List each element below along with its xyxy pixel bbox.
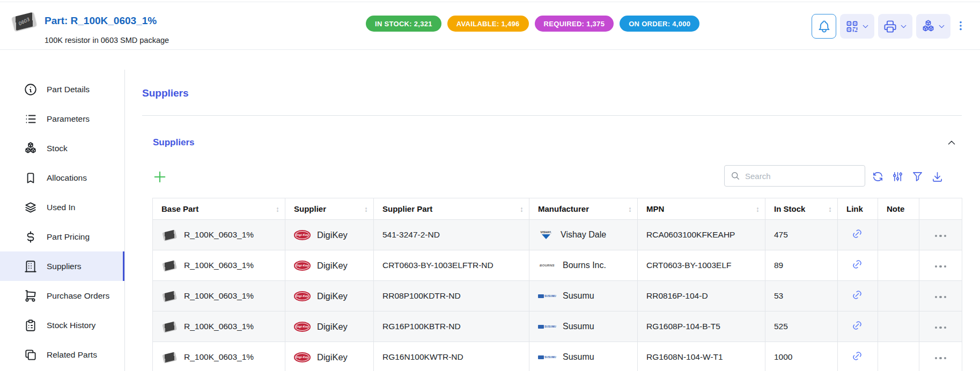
sidebar-item-related-parts[interactable]: Related Parts [0, 340, 125, 369]
cell-supplier: Digi-KeyDigiKey [285, 250, 374, 281]
search-input[interactable] [745, 172, 859, 181]
sort-icon: ↕ [756, 205, 760, 213]
part-header: 0603 Part: R_100K_0603_1% 100K resistor … [0, 2, 980, 50]
cell-supplier: Digi-KeyDigiKey [285, 281, 374, 311]
digikey-logo: Digi-Key [294, 261, 311, 271]
column-header-mpn[interactable]: MPN↕ [638, 198, 765, 220]
part-thumbnail [161, 351, 178, 363]
adjustments-icon [891, 170, 904, 183]
sidebar-item-label: Stock [47, 144, 68, 153]
digikey-logo: Digi-Key [294, 230, 311, 240]
badge-in-stock: IN STOCK: 2,321 [366, 16, 441, 32]
supplier-link-button[interactable] [851, 319, 864, 332]
overflow-menu-button[interactable] [954, 14, 967, 39]
table-body: R_100K_0603_1%Digi-KeyDigiKey541-3247-2-… [153, 220, 962, 371]
row-actions-button[interactable] [932, 323, 950, 332]
info-circle-icon [24, 83, 38, 97]
column-header-note: Note [878, 198, 919, 220]
column-header-supplier-part[interactable]: Supplier Part↕ [374, 198, 529, 220]
clipboard-icon [24, 318, 38, 332]
part-image[interactable]: 0603 [12, 11, 36, 32]
row-actions-button[interactable] [932, 262, 950, 271]
column-settings-button[interactable] [891, 170, 904, 183]
vishay-logo: VISHAY. [538, 231, 554, 239]
cell-base-part: R_100K_0603_1% [153, 250, 285, 281]
filter-button[interactable] [911, 170, 924, 183]
column-label: Supplier Part [382, 204, 432, 213]
susumu-logo: SUSUMU [538, 325, 556, 329]
refresh-button[interactable] [872, 170, 885, 183]
column-label: MPN [646, 204, 664, 213]
filter-icon [911, 170, 924, 183]
cell-link [838, 342, 878, 371]
row-actions-button[interactable] [932, 293, 950, 302]
table-row[interactable]: R_100K_0603_1%Digi-KeyDigiKeyRR08P100KDT… [153, 281, 962, 311]
cell-actions [919, 342, 962, 371]
sidebar-item-allocations[interactable]: Allocations [0, 163, 125, 192]
sidebar-item-label: Parameters [47, 114, 90, 124]
supplier-link-button[interactable] [851, 258, 864, 271]
table-row[interactable]: R_100K_0603_1%Digi-KeyDigiKeyRG16N100KWT… [153, 342, 962, 371]
list-icon [24, 112, 38, 126]
download-button[interactable] [931, 170, 944, 183]
sidebar-item-label: Related Parts [47, 350, 97, 360]
cell-base-part: R_100K_0603_1% [153, 281, 285, 311]
cell-actions [919, 250, 962, 281]
row-actions-button[interactable] [932, 232, 950, 241]
cell-supplier: Digi-KeyDigiKey [285, 311, 374, 342]
row-actions-button[interactable] [932, 354, 950, 363]
sidebar-item-label: Stock History [47, 321, 95, 330]
column-header-manufacturer[interactable]: Manufacturer↕ [529, 198, 638, 220]
cell-manufacturer: SUSUMUSusumu [529, 311, 638, 342]
cell-link [838, 250, 878, 281]
section-heading: Suppliers [142, 87, 189, 99]
sidebar-item-stock-history[interactable]: Stock History [0, 310, 125, 340]
qr-code-icon [845, 19, 859, 34]
sidebar-item-label: Used In [47, 203, 75, 212]
plus-icon [152, 178, 167, 186]
susumu-logo: SUSUMU [538, 294, 556, 298]
stock-cubes-icon [921, 19, 935, 34]
sidebar-item-parameters[interactable]: Parameters [0, 104, 125, 133]
column-label: In Stock [774, 204, 805, 213]
cell-in-stock: 525 [765, 311, 838, 342]
badge-required: REQUIRED: 1,375 [535, 16, 614, 32]
notifications-button[interactable] [812, 14, 836, 39]
download-icon [931, 170, 944, 183]
sidebar-item-label: Part Pricing [47, 232, 90, 242]
stock-cubes-icon [24, 142, 38, 155]
sidebar-item-part-details[interactable]: Part Details [0, 75, 125, 104]
cell-manufacturer: SUSUMUSusumu [529, 281, 638, 311]
sort-icon: ↕ [520, 205, 524, 213]
supplier-link-button[interactable] [851, 350, 864, 362]
sidebar-item-label: Purchase Orders [47, 291, 109, 301]
supplier-link-button[interactable] [851, 288, 864, 301]
refresh-icon [872, 170, 885, 183]
susumu-logo: SUSUMU [538, 355, 556, 359]
stock-actions-button[interactable] [916, 14, 950, 39]
sidebar-item-suppliers[interactable]: Suppliers [0, 251, 125, 281]
barcode-actions-button[interactable] [840, 14, 874, 39]
table-row[interactable]: R_100K_0603_1%Digi-KeyDigiKeyCRT0603-BY-… [153, 250, 962, 281]
cell-supplier-part: RG16N100KWTR-ND [374, 342, 529, 371]
cell-in-stock: 53 [765, 281, 838, 311]
table-row[interactable]: R_100K_0603_1%Digi-KeyDigiKey541-3247-2-… [153, 220, 962, 250]
sidebar-item-used-in[interactable]: Used In [0, 192, 125, 222]
sidebar-item-purchase-orders[interactable]: Purchase Orders [0, 281, 125, 310]
sidebar-item-part-pricing[interactable]: Part Pricing [0, 222, 125, 251]
print-actions-button[interactable] [878, 14, 912, 39]
sidebar-item-label: Allocations [47, 173, 87, 183]
cell-actions [919, 220, 962, 250]
digikey-logo: Digi-Key [294, 291, 311, 301]
column-header-supplier[interactable]: Supplier↕ [285, 198, 374, 220]
sidebar-item-stock[interactable]: Stock [0, 133, 125, 163]
table-row[interactable]: R_100K_0603_1%Digi-KeyDigiKeyRG16P100KBT… [153, 311, 962, 342]
column-header-actions [919, 198, 962, 220]
column-header-base-part[interactable]: Base Part↕ [153, 198, 285, 220]
panel-collapse-button[interactable] [945, 137, 958, 150]
add-supplier-part-button[interactable] [152, 169, 168, 186]
bookmark-icon [24, 171, 38, 185]
column-header-in-stock[interactable]: In Stock↕ [765, 198, 838, 220]
part-thumbnail [161, 259, 178, 272]
supplier-link-button[interactable] [851, 227, 864, 240]
